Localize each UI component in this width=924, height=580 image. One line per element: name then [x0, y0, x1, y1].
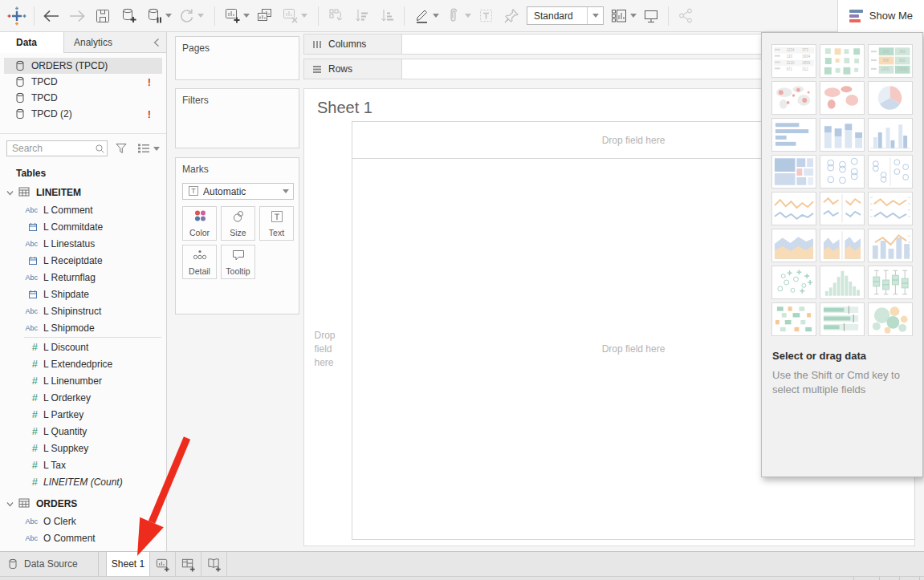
field-item[interactable]: #L Linenumber	[0, 372, 166, 389]
highlight-button[interactable]	[411, 5, 432, 27]
show-me-chart-histogram[interactable]	[820, 266, 865, 299]
view-options-icon[interactable]	[137, 143, 150, 154]
field-item[interactable]: #L Discount	[0, 339, 166, 355]
tableau-logo-icon[interactable]	[6, 5, 27, 27]
show-me-chart-highlight-table[interactable]: 123342548820247010560	[868, 44, 913, 78]
field-item[interactable]: L Shipdate	[0, 286, 166, 302]
collapse-pane-chevron-icon[interactable]	[147, 32, 166, 52]
show-me-chart-filled-map[interactable]	[820, 81, 865, 115]
fit-mode-caret[interactable]	[587, 7, 603, 24]
show-me-chart-continuous-area[interactable]	[771, 229, 816, 262]
new-story-tab-button[interactable]	[201, 552, 227, 576]
show-me-chart-gantt[interactable]	[771, 302, 816, 336]
tab-analytics[interactable]: Analytics	[64, 32, 147, 52]
tab-data[interactable]: Data	[0, 32, 64, 53]
tab-data-source[interactable]: Data Source	[0, 552, 99, 576]
show-me-chart-pie-chart[interactable]	[868, 81, 913, 115]
mark-type-dropdown[interactable]: Automatic	[182, 183, 294, 200]
field-item[interactable]: AbcL Comment	[0, 201, 166, 218]
group-members-button[interactable]	[443, 5, 464, 27]
clear-sheet-button[interactable]	[279, 5, 300, 27]
show-me-chart-side-by-side-circles[interactable]	[868, 155, 913, 189]
field-item[interactable]: #L Partkey	[0, 406, 166, 423]
field-item[interactable]: AbcL Shipmode	[0, 319, 166, 336]
pause-auto-updates-dropdown[interactable]	[165, 14, 172, 18]
show-me-chart-symbol-map[interactable]	[771, 81, 816, 115]
filters-card[interactable]: Filters	[175, 88, 299, 148]
new-worksheet-dropdown[interactable]	[243, 14, 250, 18]
field-item[interactable]: #L Orderkey	[0, 389, 166, 406]
sort-ascending-button[interactable]	[351, 5, 372, 27]
field-item[interactable]: AbcL Shipinstruct	[0, 302, 166, 319]
data-source-item[interactable]: ORDERS (TPCD)	[4, 58, 162, 74]
save-button[interactable]	[92, 5, 113, 27]
new-worksheet-button[interactable]	[222, 5, 242, 27]
data-source-item[interactable]: TPCD	[4, 90, 162, 106]
tooltip-mark-button[interactable]: Tooltip	[221, 245, 255, 279]
show-me-chart-stacked-bars[interactable]	[820, 118, 865, 152]
duplicate-sheet-button[interactable]	[254, 5, 275, 27]
show-me-chart-bullet-graph[interactable]	[820, 302, 865, 336]
show-mark-labels-button[interactable]	[475, 5, 496, 27]
show-me-chart-dual-lines[interactable]	[868, 192, 913, 225]
redo-button[interactable]	[67, 5, 88, 27]
swap-rows-columns-button[interactable]	[325, 5, 346, 27]
field-item[interactable]: #L Extendedprice	[0, 355, 166, 372]
field-item[interactable]: AbcL Returnflag	[0, 269, 166, 286]
tab-sheet-1[interactable]: Sheet 1	[106, 552, 150, 576]
size-mark-button[interactable]: Size	[221, 206, 255, 241]
sort-descending-button[interactable]	[377, 5, 397, 27]
view-options-dropdown[interactable]	[153, 147, 160, 151]
filter-fields-icon[interactable]	[115, 142, 128, 155]
fit-mode-select[interactable]: Standard	[527, 6, 604, 25]
table-node-lineitem[interactable]: LINEITEM	[0, 184, 166, 201]
field-item[interactable]: L Commitdate	[0, 218, 166, 235]
undo-button[interactable]	[41, 5, 62, 27]
field-item[interactable]: #LINEITEM (Count)	[0, 473, 166, 490]
pages-card[interactable]: Pages	[175, 36, 299, 80]
field-item[interactable]: AbcO Clerk	[0, 513, 166, 529]
data-source-item[interactable]: TPCD (2)!	[4, 106, 162, 122]
data-source-item[interactable]: TPCD!	[4, 74, 162, 90]
show-me-button[interactable]: Show Me	[837, 0, 924, 32]
show-me-chart-treemap[interactable]	[771, 155, 816, 189]
mark-type-caret[interactable]	[278, 184, 293, 199]
new-dashboard-tab-button[interactable]	[176, 552, 201, 576]
show-me-chart-discrete-lines[interactable]	[820, 192, 865, 225]
field-item[interactable]: #L Suppkey	[0, 440, 166, 456]
table-node-orders[interactable]: ORDERS	[0, 495, 166, 513]
show-me-chart-heatmap[interactable]	[820, 44, 865, 78]
show-me-chart-text-table[interactable]: 1234373133300421202859671312	[771, 44, 816, 78]
field-item[interactable]: #L Tax	[0, 456, 166, 473]
show-me-chart-side-by-side-bars[interactable]	[868, 118, 913, 152]
show-me-chart-circle-views[interactable]	[820, 155, 865, 189]
field-item[interactable]: AbcL Linestatus	[0, 235, 166, 252]
fix-axes-pin-icon[interactable]	[501, 5, 522, 27]
field-item[interactable]: #L Quantity	[0, 423, 166, 440]
search-input[interactable]	[6, 140, 108, 156]
pause-auto-updates-button[interactable]	[144, 5, 165, 27]
run-update-button[interactable]	[176, 5, 197, 27]
show-me-chart-packed-bubbles[interactable]	[868, 302, 913, 336]
color-mark-button[interactable]: Color	[182, 206, 217, 241]
chevron-down-icon[interactable]	[6, 501, 14, 507]
presentation-mode-button[interactable]	[641, 5, 661, 27]
show-me-chart-horizontal-bars[interactable]	[771, 118, 816, 152]
share-button[interactable]	[675, 5, 696, 27]
run-update-dropdown[interactable]	[197, 14, 204, 18]
show-me-chart-continuous-lines[interactable]	[771, 192, 816, 225]
group-members-dropdown[interactable]	[465, 14, 471, 18]
show-me-chart-scatter-plot[interactable]	[771, 266, 816, 299]
show-hide-cards-dropdown[interactable]	[630, 14, 637, 18]
detail-mark-button[interactable]: Detail	[182, 245, 217, 279]
show-me-chart-dual-combination[interactable]	[868, 229, 913, 262]
show-hide-cards-button[interactable]	[609, 5, 629, 27]
field-item[interactable]: AbcO Comment	[0, 529, 166, 546]
show-me-chart-discrete-area[interactable]	[820, 229, 865, 262]
drop-zone-rows[interactable]: Drop field here	[304, 158, 352, 540]
new-worksheet-tab-button[interactable]	[150, 552, 176, 576]
text-mark-button[interactable]: Text	[259, 206, 294, 241]
highlight-dropdown[interactable]	[433, 14, 439, 18]
chevron-down-icon[interactable]	[6, 190, 14, 196]
new-data-source-button[interactable]	[118, 5, 139, 27]
